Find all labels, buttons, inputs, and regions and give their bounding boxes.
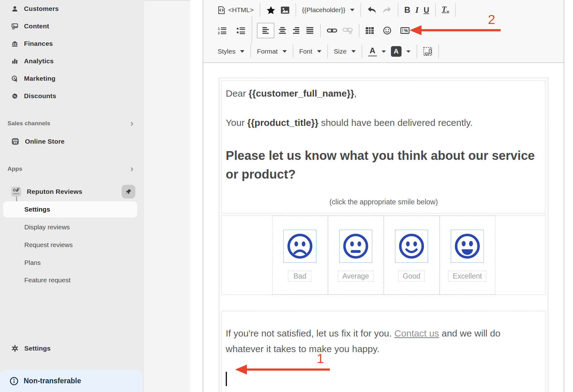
sidebar: Customers Content Finances Analytics Mar… (0, 0, 144, 392)
favorite-button[interactable] (264, 4, 278, 16)
redo-icon (382, 6, 392, 14)
bank-icon (11, 40, 18, 47)
rating-cell-excellent[interactable]: Excellent (440, 216, 495, 294)
sidebar-item-finances[interactable]: Finances (0, 35, 144, 52)
discount-icon: % (11, 93, 18, 100)
insert-image-button[interactable] (278, 5, 292, 16)
font-dropdown[interactable]: Font (297, 46, 324, 57)
reputon-app-icon (11, 187, 21, 197)
insert-table-button[interactable] (363, 25, 377, 36)
maximize-button[interactable] (421, 45, 435, 58)
smiley-good-image[interactable] (395, 230, 428, 263)
background-color-dropdown[interactable]: A (388, 45, 413, 58)
toolbar-separator (438, 45, 439, 58)
text-color-icon: A (368, 46, 377, 57)
placeholder-dropdown[interactable]: {{Placeholder}} (300, 5, 357, 15)
unlink-icon (342, 27, 353, 34)
contact-us-link[interactable]: Contact us (394, 328, 439, 338)
store-icon (11, 137, 19, 146)
align-right-button[interactable] (289, 25, 303, 36)
non-transferable-banner: Non-transferable (0, 370, 142, 392)
bullet-list-button[interactable] (234, 25, 248, 36)
chevron-down-icon (240, 50, 244, 53)
rating-label: Excellent (448, 271, 486, 282)
align-center-button[interactable] (276, 25, 289, 36)
rating-cell-good[interactable]: Good (384, 216, 440, 294)
svg-text:%: % (13, 94, 17, 98)
text-color-dropdown[interactable]: A (366, 45, 388, 58)
sidebar-item-settings-bottom[interactable]: Settings (0, 340, 144, 357)
align-left-button-active[interactable] (257, 23, 274, 38)
sidebar-item-settings-active[interactable]: Settings (3, 201, 137, 218)
sidebar-item-analytics[interactable]: Analytics (0, 52, 144, 70)
email-text-block-top[interactable]: Dear {{customer_full_name}}, Your {{prod… (222, 80, 546, 213)
numbered-list-icon: 12 (218, 26, 227, 35)
sidebar-item-content[interactable]: Content (0, 17, 144, 35)
italic-button[interactable]: I (413, 4, 421, 17)
remove-format-button[interactable]: T× (439, 3, 452, 17)
smiley-bad-image[interactable] (283, 230, 316, 263)
rating-cell-bad[interactable]: Bad (272, 216, 328, 294)
smiley-excellent-image[interactable] (451, 230, 484, 263)
html-label: <HTML> (228, 6, 254, 14)
toolbar-separator (362, 45, 362, 58)
redo-button[interactable] (379, 4, 394, 16)
toolbar-separator (359, 24, 359, 37)
emoji-button[interactable] (380, 25, 394, 36)
rating-cell-average[interactable]: Average (328, 216, 384, 294)
content-icon (11, 23, 18, 30)
bullet-list-icon (236, 26, 246, 35)
chevron-down-icon (317, 50, 321, 53)
product-title-placeholder: {{product_title}} (247, 117, 318, 128)
sidebar-item-online-store[interactable]: Online Store (0, 133, 144, 150)
numbered-list-button[interactable]: 12 (215, 25, 229, 36)
background-color-icon: A (391, 46, 402, 57)
smiley-average-image[interactable] (339, 230, 372, 263)
chevron-right-icon: › (130, 118, 133, 128)
sidebar-item-display-reviews[interactable]: Display reviews (0, 218, 144, 236)
bold-button[interactable]: B (402, 4, 413, 17)
format-dropdown[interactable]: Format (254, 46, 289, 57)
unlink-button[interactable] (340, 25, 355, 36)
sidebar-item-label: Content (24, 22, 49, 30)
rating-smilies-row: Bad Average Good (222, 215, 546, 295)
app-root: Customers Content Finances Analytics Mar… (0, 0, 573, 392)
align-right-icon (292, 27, 301, 34)
undo-button[interactable] (364, 4, 379, 16)
editor-content-area[interactable]: Dear {{customer_full_name}}, Your {{prod… (203, 63, 564, 392)
sidebar-item-customers[interactable]: Customers (0, 0, 144, 17)
size-dropdown[interactable]: Size (331, 46, 358, 57)
sidebar-item-label: Reputon Reviews (27, 188, 82, 195)
smiley-neutral-icon (342, 232, 370, 260)
sidebar-item-request-reviews[interactable]: Request reviews (0, 236, 144, 254)
source-code-button[interactable]: <HTML> (215, 4, 256, 16)
smile-hint-text: (click the appropriate smile below) (226, 198, 542, 206)
sidebar-item-plans[interactable]: Plans (0, 254, 144, 271)
coupon-percent-icon: % (400, 26, 410, 35)
image-icon (281, 6, 290, 14)
toolbar-separator (252, 17, 252, 45)
editor-toolbar: <HTML> {{Placeholder}} (203, 0, 564, 63)
annotation-arrow-2 (409, 24, 502, 36)
toolbar-separator (260, 3, 260, 17)
sidebar-item-discounts[interactable]: % Discounts (0, 87, 144, 105)
sidebar-item-feature-request[interactable]: Feature request (0, 271, 144, 289)
rating-label: Average (338, 271, 373, 282)
smiley-happy-icon (397, 232, 426, 260)
info-icon (9, 376, 19, 386)
styles-dropdown[interactable]: Styles (215, 46, 247, 57)
maximize-icon (423, 47, 432, 56)
email-text-block-bottom[interactable]: If you're not satisfied, let us fix it f… (222, 311, 546, 392)
apps-header[interactable]: Apps › (0, 163, 144, 175)
underline-button[interactable]: U (421, 4, 432, 16)
smiley-sad-icon (286, 232, 314, 260)
rating-label: Good (398, 271, 425, 282)
chevron-down-icon (282, 50, 287, 53)
sales-channels-header[interactable]: Sales channels › (0, 117, 144, 130)
pin-app-button[interactable] (122, 185, 135, 198)
justify-button[interactable] (303, 25, 317, 36)
insert-link-button[interactable] (324, 25, 340, 36)
sidebar-item-marketing[interactable]: Marketing (0, 70, 144, 87)
align-left-icon (261, 27, 270, 34)
gear-icon (11, 345, 19, 352)
